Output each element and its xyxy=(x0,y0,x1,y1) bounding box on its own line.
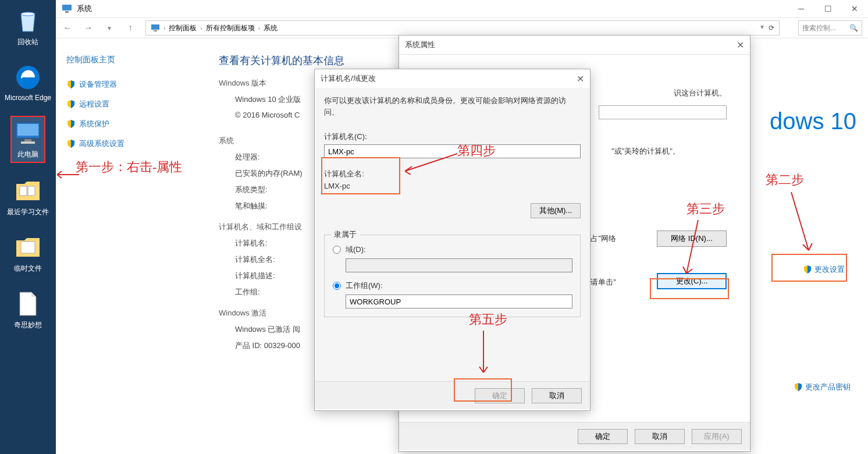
control-panel-home[interactable]: 控制面板主页 xyxy=(66,55,202,65)
close-icon[interactable]: ✕ xyxy=(737,40,744,51)
nav-forward[interactable]: → xyxy=(83,22,94,34)
breadcrumb-item[interactable]: 所有控制面板项 xyxy=(206,23,255,33)
desktop-label: 临时文件 xyxy=(14,264,42,274)
dialog-footer: 确定 取消 应用(A) xyxy=(399,422,750,450)
dialog-description: 你可以更改该计算机的名称和成员身份。更改可能会影响对网络资源的访问。 xyxy=(324,95,581,118)
desktop-ideas[interactable]: 奇思妙想 xyxy=(12,288,44,332)
dialog-footer: 确定 取消 xyxy=(315,381,590,409)
search-icon: 🔍 xyxy=(849,24,858,32)
document-icon xyxy=(14,290,42,318)
cancel-button[interactable]: 取消 xyxy=(635,429,685,444)
monitor-icon xyxy=(151,24,160,32)
workgroup-input[interactable] xyxy=(346,295,572,308)
svg-rect-3 xyxy=(17,124,38,136)
domain-label: 域(D): xyxy=(346,244,366,255)
desktop-edge[interactable]: Microsoft Edge xyxy=(2,61,54,104)
chevron-right-icon: › xyxy=(258,25,260,31)
activation-status: Windows 已激活 阅 xyxy=(219,324,300,335)
workgroup-label: 工作组(W): xyxy=(346,281,383,291)
desktop-label: 此电脑 xyxy=(17,150,38,159)
description-input[interactable] xyxy=(599,105,727,119)
search-input[interactable]: 搜索控制... 🔍 xyxy=(798,20,862,36)
edge-icon xyxy=(14,63,42,91)
shield-icon xyxy=(66,100,76,109)
monitor-icon xyxy=(14,119,42,147)
apply-button[interactable]: 应用(A) xyxy=(692,429,742,444)
window-controls: ─ ☐ ✕ xyxy=(788,0,868,17)
desktop-label: 最近学习文件 xyxy=(7,207,49,217)
svg-rect-8 xyxy=(21,242,35,253)
chevron-down-icon[interactable]: ▼ xyxy=(759,24,765,32)
computer-name-input[interactable] xyxy=(324,144,581,158)
advanced-settings-link[interactable]: 高级系统设置 xyxy=(66,139,202,149)
identify-text: 识这台计算机。 xyxy=(674,88,727,98)
desktop-label: Microsoft Edge xyxy=(5,94,51,102)
maximize-button[interactable]: ☐ xyxy=(814,0,841,17)
shield-icon xyxy=(803,265,812,274)
svg-rect-7 xyxy=(28,186,35,196)
member-of-group: 隶属于 域(D): 工作组(W): xyxy=(324,235,581,317)
svg-rect-10 xyxy=(65,11,69,13)
workgroup-radio[interactable] xyxy=(333,282,341,290)
minimize-button[interactable]: ─ xyxy=(788,0,814,17)
svg-rect-11 xyxy=(151,24,159,30)
domain-input xyxy=(346,258,572,272)
close-button[interactable]: ✕ xyxy=(841,0,868,17)
desktop-this-pc[interactable]: 此电脑 xyxy=(10,116,45,163)
remote-settings-link[interactable]: 远程设置 xyxy=(66,99,202,109)
breadcrumb-item[interactable]: 系统 xyxy=(264,23,278,33)
nav-up[interactable]: ↑ xyxy=(124,22,136,34)
folder-icon xyxy=(14,233,42,261)
desktop-recycle-bin[interactable]: 回收站 xyxy=(12,5,44,49)
desktop-label: 奇思妙想 xyxy=(14,320,42,330)
product-id: 产品 ID: 00329-000 xyxy=(219,340,300,351)
desktop-label: 回收站 xyxy=(17,37,38,47)
breadcrumb-item[interactable]: 控制面板 xyxy=(169,23,197,33)
device-manager-link[interactable]: 设备管理器 xyxy=(66,79,202,90)
svg-rect-5 xyxy=(21,141,35,144)
titlebar: 系统 ─ ☐ ✕ xyxy=(56,0,868,17)
breadcrumb[interactable]: › 控制面板 › 所有控制面板项 › 系统 ▼ ⟳ xyxy=(145,20,780,36)
desktop-bar: 回收站 Microsoft Edge 此电脑 最近学习文件 临时文件 奇思妙想 xyxy=(0,0,56,454)
svg-rect-4 xyxy=(24,139,31,141)
change-button[interactable]: 更改(C)... xyxy=(657,273,727,289)
network-id-button[interactable]: 网络 ID(N)... xyxy=(657,230,727,247)
shield-icon xyxy=(794,382,803,392)
desktop-temp-folder[interactable]: 临时文件 xyxy=(12,231,44,276)
dialog-title: 计算机名/域更改 ✕ xyxy=(315,69,590,88)
nav-back[interactable]: ← xyxy=(62,22,73,34)
ok-button[interactable]: 确定 xyxy=(578,429,628,444)
fullname-label: 计算机全名: xyxy=(324,169,581,179)
more-button[interactable]: 其他(M)... xyxy=(531,203,581,218)
recycle-bin-icon xyxy=(14,7,42,35)
change-settings-link[interactable]: 更改设置 xyxy=(803,264,845,275)
shield-icon xyxy=(66,139,76,148)
window-title: 系统 xyxy=(77,3,92,14)
chevron-right-icon: › xyxy=(163,25,165,31)
shield-icon xyxy=(66,80,76,89)
svg-rect-9 xyxy=(62,5,72,10)
cancel-button[interactable]: 取消 xyxy=(532,388,582,403)
dialog-title: 系统属性 ✕ xyxy=(399,36,750,54)
group-legend: 隶属于 xyxy=(330,229,360,240)
system-protection-link[interactable]: 系统保护 xyxy=(66,119,202,129)
svg-rect-12 xyxy=(154,30,157,31)
example-text: "或"美玲的计算机"。 xyxy=(611,146,680,157)
ok-button[interactable]: 确定 xyxy=(475,388,525,403)
network-text: 占"网络 xyxy=(590,233,616,244)
system-icon xyxy=(62,3,72,14)
close-icon[interactable]: ✕ xyxy=(577,73,584,84)
change-product-key-link[interactable]: 更改产品密钥 xyxy=(794,382,851,392)
click-text: 请单击" xyxy=(590,277,616,288)
computer-name-change-dialog: 计算机名/域更改 ✕ 你可以更改该计算机的名称和成员身份。更改可能会影响对网络资… xyxy=(314,69,590,411)
nav-dropdown[interactable]: ▼ xyxy=(104,22,115,34)
desktop-recent-folder[interactable]: 最近学习文件 xyxy=(5,175,51,219)
shield-icon xyxy=(66,119,76,129)
domain-radio[interactable] xyxy=(333,246,341,254)
chevron-right-icon: › xyxy=(200,25,202,31)
folder-icon xyxy=(14,177,42,205)
computer-name-label: 计算机名(C): xyxy=(324,132,581,142)
refresh-icon[interactable]: ⟳ xyxy=(769,24,774,32)
search-placeholder: 搜索控制... xyxy=(802,23,836,33)
svg-point-0 xyxy=(21,12,35,16)
